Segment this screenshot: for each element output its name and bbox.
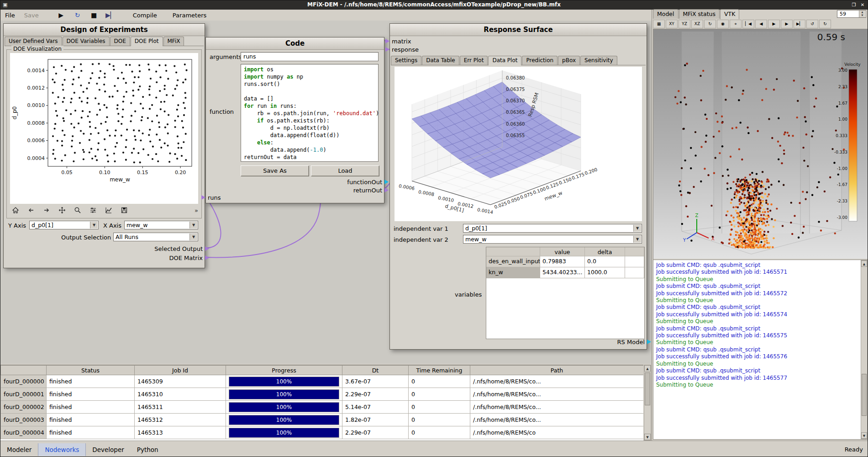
vtk-3d-view[interactable]: Velocity3.002.331.671.000.333-0.333-1.00… bbox=[653, 29, 868, 260]
runs-pin[interactable] bbox=[201, 195, 205, 200]
fit-view-button[interactable]: ▦ bbox=[653, 20, 665, 28]
run-button[interactable]: ▶ bbox=[56, 11, 66, 19]
column-header-time-remaining[interactable]: Time Remaining bbox=[409, 366, 470, 375]
tab-data-table[interactable]: Data Table bbox=[422, 56, 459, 65]
column-header-status[interactable]: Status bbox=[47, 366, 135, 375]
function-out-port[interactable]: functionOut bbox=[347, 178, 381, 186]
matrix-pin[interactable] bbox=[385, 39, 389, 43]
chevron-down-icon[interactable]: ▼ bbox=[633, 236, 641, 243]
log-scrollbar[interactable]: ▲ ▼ bbox=[861, 260, 868, 439]
mode-tab-python[interactable]: Python bbox=[131, 443, 165, 456]
tab-doe[interactable]: DOE bbox=[110, 37, 130, 46]
spinbox-arrows-icon[interactable]: ▲▼ bbox=[859, 11, 865, 17]
forward-icon[interactable] bbox=[41, 205, 52, 215]
frame-spinbox[interactable]: 59 ▲▼ bbox=[837, 10, 866, 18]
delta-cell[interactable]: 0.0 bbox=[585, 256, 625, 267]
configure-subplots-icon[interactable] bbox=[88, 205, 99, 215]
axes-style-icon[interactable] bbox=[103, 205, 114, 215]
view-xz-button[interactable]: XZ bbox=[691, 20, 703, 28]
row-header[interactable]: des_en_wall_input bbox=[486, 256, 540, 267]
menu-file[interactable]: File bbox=[0, 11, 20, 20]
chevron-down-icon[interactable]: ▼ bbox=[633, 225, 641, 232]
chevron-down-icon[interactable]: ▼ bbox=[90, 222, 98, 228]
chevron-down-icon[interactable]: ▼ bbox=[189, 222, 197, 228]
table-row[interactable]: fourD_000003finished1465312100%1.82e-070… bbox=[1, 414, 644, 426]
play-button[interactable]: ▶ bbox=[768, 20, 780, 28]
row-header[interactable]: kn_w bbox=[486, 267, 540, 278]
tab-mfix-status[interactable]: MFiX status bbox=[679, 9, 720, 19]
tab-err-plot[interactable]: Err Plot bbox=[460, 56, 488, 65]
camera-snapshot-button[interactable]: ◉ bbox=[717, 20, 729, 28]
maximize-button[interactable]: ❐ bbox=[850, 1, 857, 8]
home-icon[interactable] bbox=[10, 205, 21, 215]
save-as-button[interactable]: Save As bbox=[241, 165, 309, 176]
tab-sensitivity[interactable]: Sensitivity bbox=[580, 56, 617, 65]
loop-run-button[interactable]: ↻ bbox=[73, 11, 83, 19]
view-yz-button[interactable]: YZ bbox=[679, 20, 690, 28]
tab-model[interactable]: Model bbox=[653, 9, 679, 19]
nodeworks-canvas[interactable]: Design of Experiments User Defined VarsD… bbox=[0, 21, 652, 364]
column-header-progress[interactable]: Progress bbox=[226, 366, 342, 375]
prev-frame-button[interactable]: ◀ bbox=[755, 20, 767, 28]
target-button[interactable]: ⌖ bbox=[730, 20, 742, 28]
scroll-up-icon[interactable]: ▲ bbox=[644, 365, 651, 372]
scroll-down-icon[interactable]: ▼ bbox=[644, 434, 651, 440]
view-xy-button[interactable]: XY bbox=[666, 20, 678, 28]
save-icon[interactable] bbox=[119, 205, 130, 215]
function-out-pin[interactable] bbox=[384, 180, 389, 184]
tab-mfix[interactable]: MFiX bbox=[163, 37, 184, 46]
response-pin[interactable] bbox=[385, 47, 389, 52]
menu-parameters[interactable]: Parameters bbox=[168, 11, 211, 20]
function-code-editor[interactable]: import osimport numpy as npruns.sort() d… bbox=[241, 64, 379, 162]
repeat-button[interactable]: ↺ bbox=[806, 20, 818, 28]
arguments-input[interactable]: runs bbox=[241, 52, 379, 61]
next-frame-button[interactable]: ▶ bbox=[781, 20, 793, 28]
pan-icon[interactable] bbox=[57, 205, 68, 215]
tab-doe-plot[interactable]: DOE Plot bbox=[131, 37, 163, 46]
delta-cell[interactable]: 1000.0 bbox=[585, 267, 625, 278]
load-button[interactable]: Load bbox=[311, 165, 379, 176]
doe-matrix-pin[interactable] bbox=[205, 255, 209, 260]
return-out-port[interactable]: returnOut bbox=[353, 186, 381, 194]
tab-data-plot[interactable]: Data Plot bbox=[488, 56, 521, 65]
row-header[interactable]: fourD_000004 bbox=[1, 426, 47, 439]
menu-compile[interactable]: Compile bbox=[128, 11, 162, 20]
x-axis-combo[interactable]: mew_w ▼ bbox=[124, 221, 198, 229]
scroll-down-icon[interactable]: ▼ bbox=[861, 432, 867, 439]
stop-button[interactable]: ■ bbox=[89, 11, 99, 19]
last-frame-button[interactable]: ▶▏ bbox=[794, 20, 805, 28]
jobs-scroll-thumb[interactable] bbox=[645, 372, 650, 405]
menu-save[interactable]: Save bbox=[20, 11, 43, 20]
rs-model-pin[interactable] bbox=[647, 340, 651, 344]
rotate-right-button[interactable]: ↻ bbox=[704, 20, 716, 28]
independent-var-2-combo[interactable]: mew_w ▼ bbox=[463, 235, 642, 244]
close-button[interactable]: ✕ bbox=[859, 1, 866, 8]
doe-matrix-port[interactable]: DOE Matrix bbox=[169, 254, 202, 261]
row-header[interactable]: fourD_000002 bbox=[1, 401, 47, 414]
runs-port[interactable]: runs bbox=[209, 194, 221, 201]
independent-var-1-combo[interactable]: d_p0[1] ▼ bbox=[463, 224, 642, 233]
column-header-dt[interactable]: Dt bbox=[342, 366, 409, 375]
tab-vtk[interactable]: VTK bbox=[720, 9, 739, 19]
step-button[interactable]: ▶▏ bbox=[105, 11, 116, 19]
table-row[interactable]: fourD_000001finished1465310100%2.29e-070… bbox=[1, 388, 644, 401]
back-icon[interactable] bbox=[26, 205, 37, 215]
doe-node[interactable]: Design of Experiments User Defined VarsD… bbox=[3, 23, 205, 268]
table-row[interactable]: kn_w5434.40233...1000.0 bbox=[486, 267, 644, 278]
y-axis-combo[interactable]: d_p0[1] ▼ bbox=[29, 221, 99, 229]
console-log[interactable]: Job submit CMD: qsub .qsubmit_scriptJob … bbox=[653, 260, 868, 440]
rs-model-port[interactable]: RS Model bbox=[617, 338, 644, 345]
row-header[interactable]: fourD_000000 bbox=[1, 375, 47, 388]
tab-doe-variables[interactable]: DOE Variables bbox=[63, 37, 110, 46]
tab-settings[interactable]: Settings bbox=[391, 56, 421, 65]
code-node[interactable]: Code arguments runs import osimport nump… bbox=[205, 37, 384, 203]
log-scroll-thumb[interactable] bbox=[862, 374, 867, 416]
matrix-port[interactable]: matrix bbox=[393, 37, 411, 45]
chevron-down-icon[interactable]: ▼ bbox=[189, 234, 197, 240]
scroll-up-icon[interactable]: ▲ bbox=[861, 260, 867, 267]
tab-prediction[interactable]: Prediction bbox=[522, 56, 558, 65]
tab-user-defined-vars[interactable]: User Defined Vars bbox=[5, 37, 62, 46]
variables-table[interactable]: valuedeltades_en_wall_input0.798830.0kn_… bbox=[486, 247, 645, 339]
value-cell[interactable]: 5434.40233... bbox=[540, 267, 585, 278]
value-cell[interactable]: 0.79883 bbox=[540, 256, 585, 267]
